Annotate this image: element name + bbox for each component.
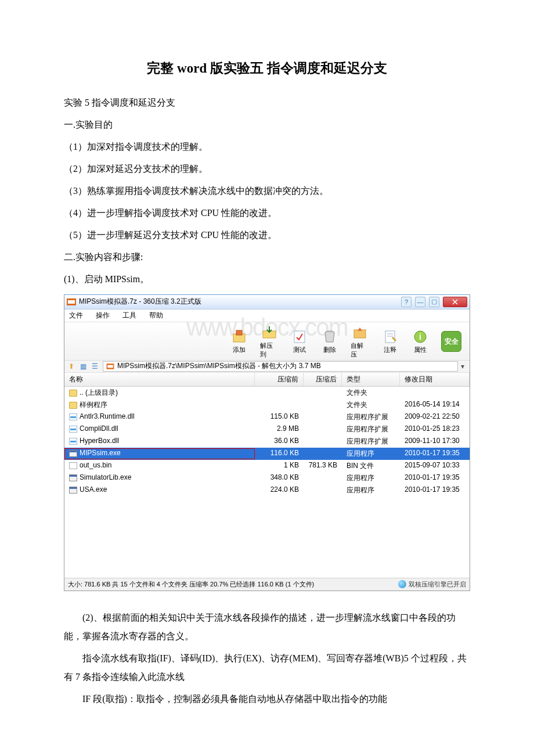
status-text: 大小: 781.6 KB 共 15 个文件和 4 个文件夹 压缩率 20.7% … [68,580,314,589]
table-row[interactable]: MIPSsim.exe116.0 KB应用程序2010-01-17 19:35 [64,448,470,460]
section-heading: 二.实验内容和步骤: [64,248,470,267]
section-heading: 一.实验目的 [64,116,470,134]
table-row[interactable]: USA.exe224.0 KB应用程序2010-01-17 19:35 [64,484,470,496]
window-title: MIPSsim模拟器.7z - 360压缩 3.2正式版 [79,297,401,307]
table-row[interactable]: HyperBox.dll36.0 KB应用程序扩展2009-11-10 17:3… [64,435,470,448]
chevron-down-icon[interactable]: ▾ [458,362,467,371]
col-type[interactable]: 类型 [342,373,400,386]
bin-icon [69,462,77,469]
svg-text:i: i [419,332,421,341]
text-line: 指令流水线有取指(IF)、译码(ID)、执行(EX)、访存(MEM)、写回寄存器… [64,649,470,686]
text-line: （4）进一步理解指令调度技术对 CPU 性能的改进。 [64,204,470,222]
svg-rect-1 [236,330,242,335]
exe-icon [69,474,77,481]
folder-icon [69,402,77,409]
path-input[interactable]: MIPSsim模拟器.7z\MIPSsim\MIPSsim模拟器 - 解包大小为… [103,361,458,372]
file-table: 名称 压缩前 压缩后 类型 修改日期 .. (上级目录)文件夹样例程序文件夹20… [64,373,470,578]
nav-up-icon[interactable]: ⬆ [67,362,76,371]
table-row[interactable]: out_us.bin1 KB781.3 KBBIN 文件2015-09-07 1… [64,460,470,472]
menu-file[interactable]: 文件 [69,311,83,321]
menu-tools[interactable]: 工具 [122,311,136,321]
document-title: 完整 word 版实验五 指令调度和延迟分支 [64,58,470,80]
folder-icon [69,390,77,397]
minimize-icon[interactable]: — [415,297,425,307]
col-date[interactable]: 修改日期 [400,373,470,386]
menu-help[interactable]: 帮助 [149,311,163,321]
close-icon[interactable] [443,297,467,307]
svg-rect-6 [385,331,395,343]
test-button[interactable]: 测试 [290,329,309,354]
text-line: (2)、根据前面的相关知识中关于流水线各段操作的描述，进一步理解流水线窗口中各段… [64,609,470,646]
sfx-button[interactable]: 自解压 [351,325,369,359]
col-name[interactable]: 名称 [64,373,255,386]
dll-icon [69,438,77,445]
table-row[interactable]: Antlr3.Runtime.dll115.0 KB应用程序扩展2009-02-… [64,411,470,423]
col-pre[interactable]: 压缩前 [255,373,304,386]
view-thumb-icon[interactable]: ▦ [78,362,88,371]
path-bar: ⬆ ▦ ☰ MIPSsim模拟器.7z\MIPSsim\MIPSsim模拟器 -… [64,360,470,373]
text-line: （5）进一步理解延迟分支技术对 CPU 性能的改进。 [64,226,470,244]
engine-status: 双核压缩引擎已开启 [409,580,466,589]
window-titlebar[interactable]: MIPSsim模拟器.7z - 360压缩 3.2正式版 ? — ▢ [64,294,470,309]
text-line: （2）加深对延迟分支技术的理解。 [64,160,470,178]
text-line: IF 段(取指)：取指令，控制器必须具备能自动地从存储器中取出指令的功能 [64,690,470,708]
comment-button[interactable]: 注释 [381,329,399,354]
exe-icon [69,487,77,494]
table-row[interactable]: CompliDll.dll2.9 MB应用程序扩展2010-01-25 18:2… [64,423,470,435]
maximize-icon[interactable]: ▢ [429,297,439,307]
text-line: （1）加深对指令调度技术的理解。 [64,138,470,156]
table-row[interactable]: .. (上级目录)文件夹 [64,387,470,399]
subtitle: 实验 5 指令调度和延迟分支 [64,93,470,112]
dll-icon [69,413,77,420]
archive-icon [67,298,76,305]
svg-rect-3 [294,331,305,343]
add-button[interactable]: 添加 [230,329,248,354]
toolbar: www.bdocx.com 添加 解压到 测试 删除 自解压 注释 i属性 安全 [64,322,470,360]
archive-icon [107,363,114,369]
delete-button[interactable]: 删除 [320,329,339,354]
engine-icon [398,580,406,588]
text-line: （3）熟练掌握用指令调度技术解决流水线中的数据冲突的方法。 [64,182,470,200]
col-post[interactable]: 压缩后 [304,373,342,386]
svg-rect-5 [354,330,366,338]
info-button[interactable]: i属性 [411,329,430,354]
text-line: (1)、启动 MIPSsim。 [64,270,470,289]
safe-badge: 安全 [441,331,461,352]
menu-bar: 文件 操作 工具 帮助 [64,309,470,322]
menu-action[interactable]: 操作 [96,311,110,321]
table-row[interactable]: SimulatorLib.exe348.0 KB应用程序2010-01-17 1… [64,472,470,484]
dll-icon [69,426,77,433]
archive-app-screenshot: MIPSsim模拟器.7z - 360压缩 3.2正式版 ? — ▢ 文件 操作… [64,294,470,591]
view-list-icon[interactable]: ☰ [90,362,99,371]
help-icon[interactable]: ? [401,297,412,307]
status-bar: 大小: 781.6 KB 共 15 个文件和 4 个文件夹 压缩率 20.7% … [64,578,470,591]
exe-icon [69,450,77,457]
table-row[interactable]: 样例程序文件夹2016-05-14 19:14 [64,399,470,411]
extract-button[interactable]: 解压到 [260,325,279,359]
